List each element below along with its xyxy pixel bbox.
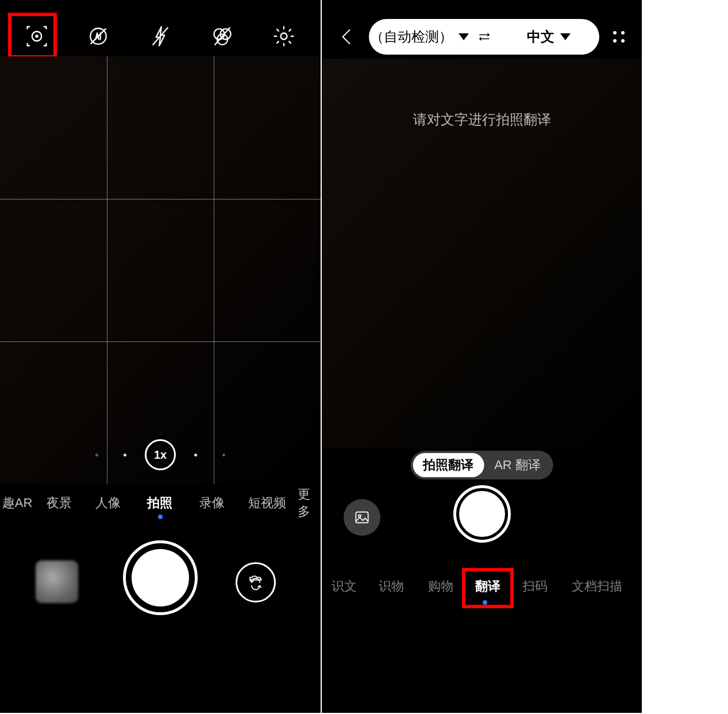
camera-controls [0, 540, 321, 627]
photo-translate-option[interactable]: 拍照翻译 [413, 453, 484, 477]
gallery-button[interactable] [344, 499, 380, 536]
translate-mode-switch[interactable]: 拍照翻译 AR 翻译 [410, 451, 553, 479]
instruction-text: 请对文字进行拍照翻译 [322, 110, 642, 129]
grid-icon [613, 31, 625, 43]
back-button[interactable] [332, 22, 362, 52]
mode-shopping[interactable]: 购物 [416, 575, 465, 598]
scanner-controls [322, 485, 642, 548]
shutter-button[interactable] [123, 540, 198, 615]
scanner-viewfinder[interactable]: 请对文字进行拍照翻译 [322, 59, 642, 448]
mode-video[interactable]: 录像 [187, 489, 237, 517]
scanner-toolbar: （自动检测） 中文 [322, 15, 642, 59]
zoom-step-dot [95, 454, 98, 456]
language-selector: （自动检测） 中文 [369, 19, 599, 55]
mode-docscan[interactable]: 文档扫描 [560, 575, 634, 598]
flash-off-icon [148, 24, 173, 49]
chevron-down-icon [560, 33, 571, 40]
capture-inner [459, 491, 505, 537]
settings-button[interactable] [267, 19, 301, 53]
chevron-down-icon [459, 33, 469, 40]
camera-mode-selector[interactable]: 趣AR 夜景 人像 拍照 录像 短视频 更多 [0, 489, 321, 517]
zoom-step-dot [124, 454, 126, 456]
zoom-control[interactable]: 1x [0, 439, 321, 470]
source-language-label: （自动检测） [370, 28, 453, 46]
image-icon [353, 508, 371, 527]
mode-ar[interactable]: 趣AR [0, 489, 34, 517]
flash-button[interactable] [143, 19, 178, 53]
svg-rect-10 [356, 512, 368, 523]
mode-qr[interactable]: 扫码 [510, 575, 560, 598]
scanner-app: （自动检测） 中文 [322, 0, 642, 713]
svg-point-11 [359, 515, 361, 517]
mode-text[interactable]: 识文 [322, 575, 367, 598]
zoom-level-badge[interactable]: 1x [145, 439, 176, 470]
menu-button[interactable] [606, 31, 631, 43]
svg-point-9 [281, 33, 287, 39]
mode-photo[interactable]: 拍照 [132, 489, 187, 517]
camera-app: 1x 趣AR 夜景 人像 拍照 录像 短视频 更多 [0, 0, 321, 713]
mode-object[interactable]: 识物 [367, 575, 416, 598]
swap-languages-button[interactable] [471, 29, 498, 45]
zoom-step-dot [194, 454, 197, 456]
settings-icon [271, 24, 296, 49]
highlight-smart-lens [8, 13, 57, 59]
ai-toggle-button[interactable] [81, 19, 115, 53]
gallery-thumbnail[interactable] [36, 561, 78, 603]
zoom-level-text: 1x [154, 448, 167, 462]
mode-active-indicator [158, 515, 163, 519]
ai-off-icon [86, 24, 111, 49]
zoom-step-dot [222, 454, 225, 456]
source-language-dropdown[interactable]: （自动检测） [369, 28, 471, 46]
shutter-inner [132, 549, 189, 606]
target-language-dropdown[interactable]: 中文 [498, 28, 600, 46]
filter-off-icon [210, 24, 235, 49]
mode-short[interactable]: 短视频 [237, 489, 298, 517]
camera-viewfinder[interactable]: 1x [0, 56, 321, 484]
switch-camera-icon [246, 573, 265, 592]
mode-more[interactable]: 更多 [298, 489, 321, 517]
highlight-translate-mode [462, 568, 514, 608]
ar-translate-option[interactable]: AR 翻译 [484, 453, 551, 477]
filter-button[interactable] [205, 19, 240, 53]
target-language-label: 中文 [527, 28, 554, 46]
back-arrow-icon [337, 26, 357, 47]
mode-portrait[interactable]: 人像 [84, 489, 132, 517]
swap-icon [476, 29, 492, 45]
switch-camera-button[interactable] [236, 562, 276, 602]
capture-button[interactable] [453, 485, 511, 543]
mode-night[interactable]: 夜景 [34, 489, 84, 517]
